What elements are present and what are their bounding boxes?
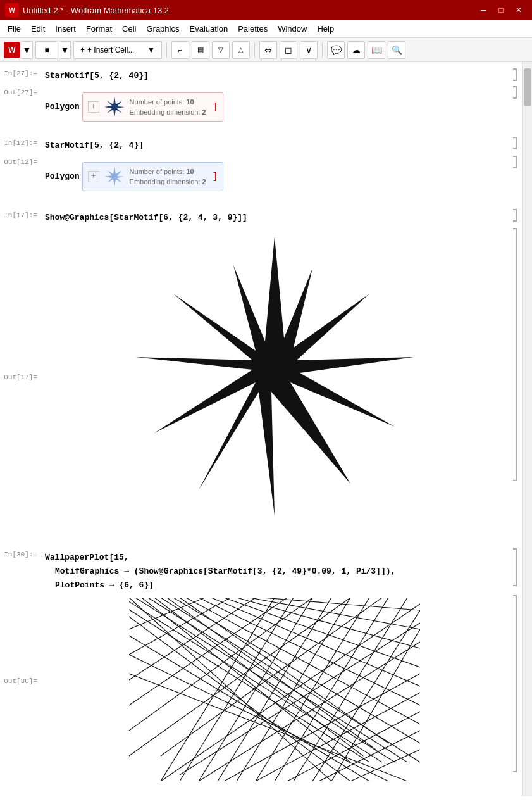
bracket-out30 — [508, 595, 519, 772]
svg-line-35 — [129, 598, 230, 655]
style-btn[interactable]: ■ — [35, 41, 58, 59]
num-points-label-12: Number of points: — [130, 168, 187, 175]
toolbar-book-btn[interactable]: 📖 — [368, 41, 385, 59]
menu-edit[interactable]: Edit — [26, 20, 50, 37]
scrollbar-thumb[interactable] — [524, 68, 531, 106]
cell-label-out30: Out[30]= — [0, 595, 41, 685]
svg-line-28 — [129, 598, 287, 705]
bracket-out27 — [508, 86, 519, 99]
polygon-output-12: Polygon + Number of points: 10 Embedding… — [45, 158, 504, 195]
menu-palettes[interactable]: Palettes — [233, 20, 273, 37]
polygon-info-12: Number of points: 10 Embedding dimension… — [130, 166, 206, 187]
polygon-expand-27[interactable]: + — [88, 101, 99, 113]
menu-file[interactable]: File — [3, 20, 26, 37]
menu-evaluation[interactable]: Evaluation — [184, 20, 233, 37]
insert-cell-label: + Insert Cell... — [87, 46, 134, 54]
insert-cell-plus: + — [80, 46, 85, 54]
menu-format[interactable]: Format — [81, 20, 117, 37]
polygon-text-12: Polygon — [45, 170, 80, 183]
menu-cell[interactable]: Cell — [117, 20, 141, 37]
menu-help[interactable]: Help — [312, 20, 339, 37]
toolbar-out-btn[interactable]: △ — [232, 41, 250, 59]
starburst-polygon — [135, 237, 414, 515]
svg-line-29 — [129, 598, 256, 680]
svg-line-32 — [287, 712, 420, 781]
toolbar-separator-2 — [254, 42, 255, 58]
cell-in30: In[30]:= WallpaperPlot[15, MotifGraphics… — [0, 548, 519, 595]
star-polygon-light — [104, 166, 125, 187]
wolfram-logo-dropdown[interactable]: W ▼ — [4, 41, 33, 59]
svg-line-2 — [135, 598, 395, 762]
style-dropdown-btn[interactable]: ▼ — [59, 41, 71, 59]
logo-dropdown-btn[interactable]: ▼ — [22, 41, 33, 59]
bracket-in12 — [508, 137, 519, 149]
style-dropdown[interactable]: ■ ▼ — [35, 41, 71, 59]
toolbar-comment-btn[interactable]: 💬 — [327, 41, 345, 59]
svg-line-37 — [161, 598, 275, 781]
window-controls[interactable]: ─ □ ✕ — [475, 4, 527, 16]
title-bar: W Untitled-2 * - Wolfram Mathematica 13.… — [0, 0, 532, 20]
cell-label-out17: Out[17]= — [0, 228, 41, 381]
bracket-out12 — [508, 156, 519, 168]
toolbar-expand-btn[interactable]: ∨ — [300, 41, 318, 59]
code-in30: WallpaperPlot[15, MotifGraphics → (Show@… — [45, 551, 504, 593]
toolbar-wolfram-logo: W — [4, 42, 20, 58]
cell-label-out12: Out[12]= — [0, 156, 41, 166]
cell-bracket-out27 — [513, 86, 517, 99]
close-button[interactable]: ✕ — [510, 4, 527, 16]
polygon-star-12 — [103, 165, 126, 188]
menu-window[interactable]: Window — [273, 20, 312, 37]
toolbar-bracket-btn[interactable]: ⌐ — [171, 41, 189, 59]
cell-label-in12: In[12]:= — [0, 137, 41, 147]
svg-line-3 — [129, 598, 382, 762]
embed-dim-label-12: Embedding dimension: — [130, 178, 202, 185]
wallpaper-graphics-out30 — [129, 598, 420, 781]
window-title: Untitled-2 * - Wolfram Mathematica 13.2 — [23, 6, 169, 15]
menu-graphics[interactable]: Graphics — [141, 20, 184, 37]
bracket-in27 — [508, 67, 519, 81]
polygon-close-bracket-27: ] — [213, 102, 218, 112]
embed-dim-label: Embedding dimension: — [130, 108, 202, 116]
code-in17: Show@Graphics[StarMotif[6, {2, 4, 3, 9}]… — [45, 211, 504, 224]
maximize-button[interactable]: □ — [493, 4, 509, 16]
star-polygon-dark — [104, 97, 125, 117]
cell-in17: In[17]:= Show@Graphics[StarMotif[6, {2, … — [0, 209, 519, 228]
insert-cell-button[interactable]: + + Insert Cell... ▼ — [73, 41, 162, 59]
cell-content-in27[interactable]: StarMotif[5, {2, 40}] — [41, 67, 508, 85]
scrollbar[interactable] — [522, 62, 532, 796]
bracket-out17 — [508, 228, 519, 481]
toolbar-square-btn[interactable]: ◻ — [280, 41, 297, 59]
cell-content-out30[interactable] — [41, 595, 508, 784]
cell-content-out12: Polygon + Number of points: 10 Embedding… — [41, 156, 508, 198]
polygon-box-12[interactable]: + Number of points: 10 Embedding dimensi… — [82, 162, 224, 191]
cell-out30: Out[30]= — [0, 595, 519, 784]
cell-out17: Out[17]= — [0, 228, 519, 537]
svg-line-21 — [180, 598, 388, 743]
toolbar-arrows-btn[interactable]: ⇔ — [259, 41, 277, 59]
svg-line-23 — [161, 598, 382, 756]
cell-content-in17[interactable]: Show@Graphics[StarMotif[6, {2, 4, 3, 9}]… — [41, 209, 508, 227]
toolbar-cell-btn[interactable]: ▤ — [192, 41, 209, 59]
cell-content-in30[interactable]: WallpaperPlot[15, MotifGraphics → (Show@… — [41, 548, 508, 595]
toolbar-in-btn[interactable]: ▽ — [212, 41, 230, 59]
cell-out12: Out[12]= Polygon + Number of points: 1 — [0, 156, 519, 198]
polygon-expand-12[interactable]: + — [88, 171, 99, 182]
toolbar-cloud-btn[interactable]: ☁ — [347, 41, 365, 59]
code-in12: StarMotif[5, {2, 4}] — [45, 139, 504, 152]
polygon-info-27: Number of points: 10 Embedding dimension… — [130, 97, 206, 118]
toolbar-separator-3 — [322, 42, 323, 58]
cell-content-out27: Polygon + Number of points: 10 Embedding… — [41, 86, 508, 128]
wallpaper-pattern — [129, 598, 420, 781]
polygon-box-27[interactable]: + Number of points: 10 Embedding dimensi… — [82, 92, 224, 122]
minimize-button[interactable]: ─ — [475, 4, 492, 16]
polygon-star-27 — [103, 96, 126, 118]
insert-cell-dropdown: ▼ — [147, 46, 155, 54]
toolbar-search-btn[interactable]: 🔍 — [388, 41, 405, 59]
cell-content-out17[interactable] — [41, 228, 508, 537]
cell-label-in17: In[17]:= — [0, 209, 41, 219]
bracket-in30 — [508, 548, 519, 586]
notebook-area: In[27]:= StarMotif[5, {2, 40}] Out[27]= … — [0, 62, 532, 796]
cell-label-in27: In[27]:= — [0, 67, 41, 77]
menu-insert[interactable]: Insert — [50, 20, 81, 37]
cell-content-in12[interactable]: StarMotif[5, {2, 4}] — [41, 137, 508, 154]
